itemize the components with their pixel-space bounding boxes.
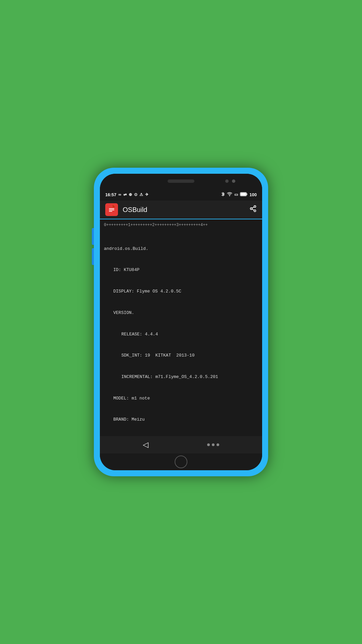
line-7: MODEL: m1 note (104, 395, 258, 402)
speaker-grill (168, 179, 194, 183)
app-icon (105, 203, 118, 216)
nav-dot-3 (217, 443, 219, 446)
app-title: OSBuild (123, 206, 249, 214)
line-5: SDK_INT: 19 KITKAT 2013-10 (104, 352, 258, 359)
home-button[interactable] (175, 455, 187, 468)
battery-level: 100 (249, 192, 257, 197)
svg-point-8 (254, 206, 256, 208)
screen-rotate-icon: ▭ (234, 192, 238, 197)
svg-point-0 (229, 196, 230, 196)
line-3: VERSION. (104, 309, 258, 317)
phone-outer: 16:57 ∞ ⇌ ⊕ ⊙ ⚠ ✈ (94, 168, 268, 476)
svg-point-9 (250, 208, 252, 210)
phone-screen: 16:57 ∞ ⇌ ⊕ ⊙ ⚠ ✈ (100, 174, 262, 470)
status-bar: 16:57 ∞ ⇌ ⊕ ⊙ ⚠ ✈ (100, 189, 262, 201)
line-4: RELEASE: 4.4.4 (104, 331, 258, 338)
nav-dot-1 (207, 443, 210, 446)
status-right-group: ▭ 100 (221, 192, 257, 198)
bottom-nav-bar: ◁ (100, 436, 262, 453)
nav-dot-2 (212, 443, 215, 446)
status-left-group: 16:57 ∞ ⇌ ⊕ ⊙ ⚠ ✈ (105, 192, 148, 197)
infinity-icon: ∞ (118, 192, 121, 197)
svg-rect-7 (109, 211, 112, 212)
phone-top-hardware (100, 174, 262, 189)
svg-rect-2 (247, 193, 247, 195)
line-6: INCREMENTAL: m71.Flyme_OS_4.2.0.5.201 (104, 373, 258, 381)
svg-line-11 (252, 209, 254, 210)
front-camera (225, 179, 229, 183)
svg-rect-3 (241, 193, 246, 196)
wifi-icon (227, 192, 232, 197)
sensor (232, 179, 235, 183)
battery-icon (240, 192, 247, 197)
nav-dots-group (207, 443, 219, 446)
content-area[interactable]: 0+++++++++1+++++++++2+++++++++3+++++++++… (100, 219, 262, 436)
line-2: DISPLAY: Flyme OS 4.2.0.5C (104, 288, 258, 295)
phone-bottom-hardware (100, 453, 262, 470)
location-icon: ⊕ (129, 192, 132, 197)
line-1: ID: KTU84P (104, 266, 258, 274)
warning-icon: ⚠ (139, 192, 143, 197)
usb-icon: ⇌ (123, 192, 127, 197)
line-8: BRAND: Meizu (104, 416, 258, 423)
code-output: android.os.Build. ID: KTU84P DISPLAY: Fl… (104, 231, 258, 436)
airplane-icon: ✈ (145, 192, 148, 197)
volume-up-button[interactable] (92, 228, 94, 245)
line-0: android.os.Build. (104, 245, 258, 253)
svg-line-12 (252, 207, 254, 208)
time-display: 16:57 (105, 192, 116, 197)
ruler-line: 0+++++++++1+++++++++2+++++++++3+++++++++… (104, 222, 258, 228)
svg-rect-6 (109, 210, 114, 210)
volume-down-button[interactable] (92, 248, 94, 265)
bluetooth-icon (221, 192, 225, 198)
svg-point-10 (254, 210, 256, 212)
document-icon (108, 205, 115, 215)
share-button[interactable] (249, 205, 257, 214)
sync-icon: ⊙ (134, 192, 137, 197)
svg-rect-5 (109, 208, 114, 209)
back-button[interactable]: ◁ (143, 440, 148, 449)
app-toolbar: OSBuild (100, 201, 262, 219)
